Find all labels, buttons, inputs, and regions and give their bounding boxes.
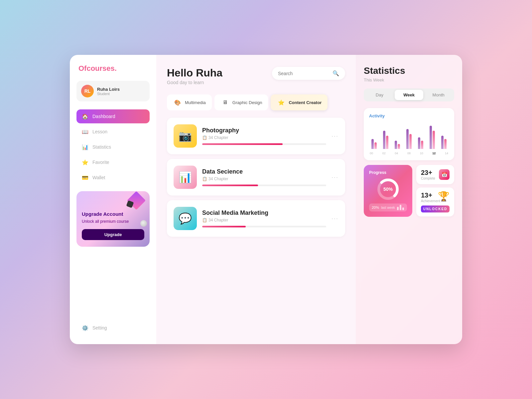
sidebar: Ofcourses. RL Ruha Loirs Student 🏠 Dashb…	[70, 55, 156, 344]
progress-card-title: Progress	[369, 170, 407, 175]
logo-dot: .	[115, 64, 117, 72]
bar-group-02	[381, 131, 390, 149]
sidebar-item-label-dashboard: Dashboard	[92, 114, 115, 119]
photography-progress-bar	[202, 143, 326, 145]
activity-card: Activity	[364, 108, 454, 160]
bars-02	[383, 131, 388, 149]
photography-thumbnail: 📷	[174, 124, 197, 148]
bar-purple-00	[371, 139, 374, 149]
setting-icon: ⚙️	[82, 325, 88, 331]
sidebar-item-label-lesson: Lesson	[92, 129, 107, 134]
period-tab-week[interactable]: Week	[395, 90, 424, 100]
social-media-more-button[interactable]: ···	[332, 215, 338, 222]
photography-more-button[interactable]: ···	[332, 133, 338, 140]
avatar: RL	[81, 85, 94, 97]
tab-graphic-design[interactable]: 🖥 Graphic Design	[214, 94, 268, 110]
stats-subtitle: This Week	[364, 77, 454, 82]
data-science-progress-fill	[202, 185, 258, 186]
social-media-info: Social Media Marketing 📋 34 Chapter	[202, 209, 326, 227]
activity-title: Activity	[369, 113, 449, 118]
bars-10	[418, 137, 423, 149]
progress-donut: 50%	[376, 178, 400, 201]
data-science-thumbnail: 📊	[174, 166, 197, 189]
chart-label-10: 10	[420, 152, 423, 155]
sidebar-item-dashboard[interactable]: 🏠 Dashboard	[76, 109, 150, 123]
search-bar[interactable]: 🔍	[272, 67, 345, 80]
photography-progress-fill	[202, 143, 283, 145]
complete-label: Complete	[421, 177, 435, 180]
right-stats: 23+ Complete 📅 🏆 13+ Achievement UNLOCKE…	[416, 165, 454, 217]
bar-pink-04	[398, 144, 400, 149]
sidebar-item-label-favorite: Favorite	[92, 160, 109, 165]
tab-content-creator[interactable]: ⭐ Content Creator	[271, 94, 328, 110]
period-tabs: DayWeekMonth	[364, 88, 454, 101]
user-role: Student	[97, 92, 120, 96]
lesson-icon: 📖	[82, 128, 88, 135]
bars-08	[406, 129, 412, 149]
stats-title: Statistics	[364, 66, 454, 76]
complete-number: 23+	[421, 169, 435, 177]
photography-info: Photography 📋 34 Chapter	[202, 127, 326, 145]
period-tab-month[interactable]: Month	[424, 90, 453, 100]
chart-label-08: 08	[407, 152, 411, 155]
wallet-icon: 💳	[82, 174, 88, 181]
bar-pink-10	[421, 141, 423, 149]
data-science-more-button[interactable]: ···	[332, 174, 338, 181]
sidebar-item-setting[interactable]: ⚙️ Setting	[76, 321, 150, 335]
bar-purple-12	[430, 126, 432, 149]
trophy-icon: 🏆	[438, 191, 450, 202]
bar-pink-08	[409, 134, 412, 149]
achievement-card: 🏆 13+ Achievement UNLOCKED	[416, 188, 454, 216]
tab-multimedia[interactable]: 🎨 Multimedia	[167, 94, 212, 110]
bar-group-10	[416, 137, 426, 149]
course-card-data-science[interactable]: 📊 Data Secience 📋 34 Chapter ···	[167, 159, 345, 196]
search-input[interactable]	[278, 71, 330, 76]
dashboard-icon: 🏠	[82, 113, 88, 120]
bar-pink-02	[386, 136, 388, 149]
social-media-progress-fill	[202, 226, 246, 227]
chart-label-00: 00	[370, 152, 373, 155]
social-media-thumbnail: 💬	[174, 207, 197, 230]
sidebar-item-wallet[interactable]: 💳 Wallet	[76, 171, 150, 185]
bar-purple-02	[383, 131, 385, 149]
decoration-sphere	[140, 220, 147, 227]
user-name: Ruha Loirs	[97, 87, 120, 92]
complete-icon: 📅	[439, 169, 450, 180]
sidebar-item-statistics[interactable]: 📊 Statistics	[76, 140, 150, 154]
sidebar-item-lesson[interactable]: 📖 Lesson	[76, 125, 150, 139]
social-media-title: Social Media Marketing	[202, 209, 326, 216]
bars-14	[441, 136, 447, 149]
bar-purple-08	[406, 129, 409, 149]
upgrade-description: Unlock all premium course	[82, 219, 144, 224]
statistics-icon: 📊	[82, 144, 88, 150]
bar-pink-00	[374, 142, 377, 149]
bar-group-08	[404, 129, 414, 149]
donut-label: 50%	[383, 187, 393, 192]
bar-purple-10	[418, 137, 420, 149]
mini-bars	[397, 205, 404, 210]
photography-title: Photography	[202, 127, 326, 134]
bar-pink-12	[433, 131, 435, 149]
graphic-design-tab-icon: 🖥	[220, 98, 230, 107]
upgrade-title: Upgrade Account	[82, 211, 144, 217]
sidebar-item-favorite[interactable]: ⭐ Favorite	[76, 155, 150, 169]
bar-purple-14	[441, 136, 444, 149]
bar-purple-04	[395, 141, 397, 149]
user-info: Ruha Loirs Student	[97, 87, 120, 96]
course-list: 📷 Photography 📋 34 Chapter ··· 📊 Data Se…	[167, 118, 345, 241]
greeting-title: Hello Ruha	[167, 67, 222, 79]
upgrade-card: Upgrade Account Unlock all premium cours…	[76, 191, 150, 247]
course-card-social-media[interactable]: 💬 Social Media Marketing 📋 34 Chapter ··…	[167, 200, 345, 237]
donut-container: 50%	[369, 178, 407, 201]
period-tab-day[interactable]: Day	[365, 90, 394, 100]
bar-group-14	[439, 136, 449, 149]
course-card-photography[interactable]: 📷 Photography 📋 34 Chapter ···	[167, 118, 345, 154]
bars-00	[371, 139, 377, 149]
graphic-design-tab-label: Graphic Design	[232, 100, 262, 105]
main-content: Hello Ruha Good day to learn 🔍 🎨 Multime…	[156, 55, 356, 344]
bars-12	[430, 126, 435, 149]
progress-last-week: 20% last week	[369, 203, 407, 211]
upgrade-button[interactable]: Upgrade	[82, 229, 144, 240]
bar-group-00	[369, 139, 379, 149]
main-header: Hello Ruha Good day to learn 🔍	[167, 67, 345, 85]
